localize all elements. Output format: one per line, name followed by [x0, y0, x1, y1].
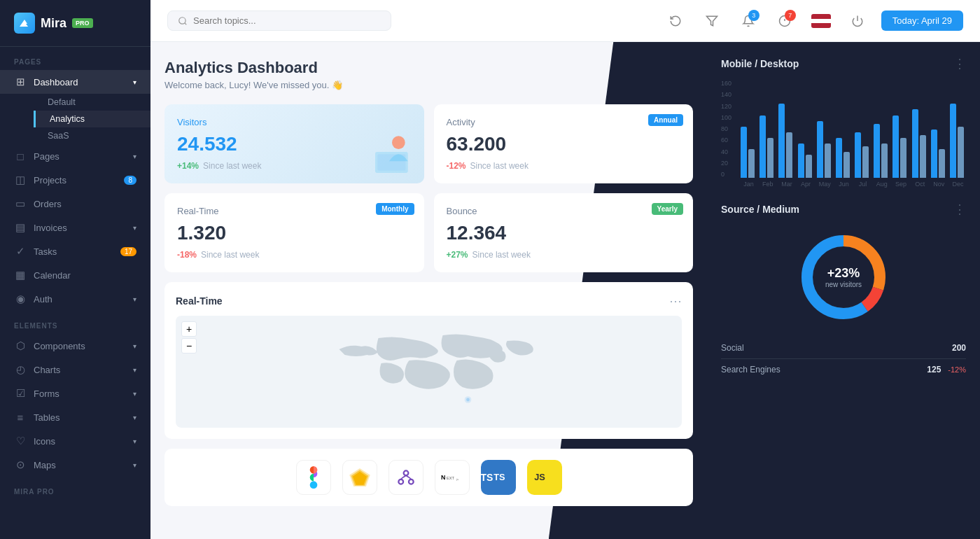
- date-button[interactable]: Today: April 29: [881, 10, 963, 31]
- chevron-down-icon: ▾: [133, 461, 136, 469]
- sidebar-item-label: Analytics: [50, 114, 85, 124]
- sidebar-item-label: Pages: [34, 151, 59, 162]
- search-input[interactable]: [193, 15, 333, 26]
- tables-icon: ≡: [14, 411, 27, 424]
- sidebar-item-charts[interactable]: ◴ Charts ▾: [0, 358, 150, 382]
- donut-center: +23% new visitors: [825, 266, 862, 288]
- bar-secondary: [748, 149, 755, 178]
- sidebar-item-label: Forms: [34, 388, 59, 399]
- stat-change: +27% Since last week: [447, 250, 681, 260]
- bar-primary: [874, 124, 880, 178]
- sidebar: Mira PRO PAGES ⊞ Dashboard ▾ Default Ana…: [0, 0, 150, 539]
- source-more-button[interactable]: ⋮: [953, 202, 966, 217]
- filter-button[interactable]: [699, 8, 724, 34]
- zoom-out-button[interactable]: −: [181, 338, 197, 354]
- map-title: Real-Time: [176, 295, 223, 307]
- more-options-button[interactable]: ⋯: [669, 293, 682, 309]
- sidebar-item-saas[interactable]: SaaS: [34, 127, 150, 144]
- sidebar-item-invoices[interactable]: ▤ Invoices ▾: [0, 216, 150, 239]
- power-icon: [851, 15, 864, 27]
- sidebar-item-dashboard[interactable]: ⊞ Dashboard ▾: [0, 70, 150, 94]
- charts-icon: ◴: [14, 363, 27, 376]
- sidebar-item-forms[interactable]: ☑ Forms ▾: [0, 382, 150, 405]
- stats-row-1: Visitors 24.532 +14% Since last week: [164, 104, 693, 183]
- section-label-elements: ELEMENTS: [0, 311, 150, 334]
- svg-point-7: [465, 396, 472, 403]
- source-name: Social: [721, 343, 744, 353]
- power-button[interactable]: [845, 8, 870, 34]
- bar-label: Oct: [912, 181, 928, 188]
- chevron-down-icon: ▾: [133, 224, 136, 232]
- chevron-down-icon: ▾: [133, 366, 136, 374]
- change-value: -12%: [447, 161, 466, 171]
- chevron-down-icon: ▾: [133, 390, 136, 398]
- sidebar-item-auth[interactable]: ◉ Auth ▾: [0, 287, 150, 311]
- svg-text:TS: TS: [494, 472, 506, 482]
- svg-point-12: [403, 470, 408, 475]
- bar-label: Sep: [892, 181, 909, 188]
- sidebar-item-icons[interactable]: ♡ Icons ▾: [0, 429, 150, 453]
- stat-label: Activity: [447, 117, 681, 127]
- chart-more-button[interactable]: ⋮: [953, 56, 966, 71]
- pages-icon: □: [14, 150, 27, 162]
- bar-chart-container: 160 140 120 100 80 60 40 20 0 JanFebMarA…: [721, 80, 966, 188]
- sidebar-item-label: Maps: [34, 460, 56, 470]
- sidebar-item-orders[interactable]: ▭ Orders: [0, 192, 150, 216]
- bar-group: [950, 104, 966, 178]
- sidebar-item-default[interactable]: Default: [34, 94, 150, 111]
- change-label: Since last week: [201, 250, 259, 260]
- source-header: Source / Medium ⋮: [721, 202, 966, 217]
- svg-point-0: [179, 17, 186, 23]
- projects-badge: 8: [124, 176, 136, 185]
- stat-label: Bounce: [447, 206, 681, 216]
- bar-secondary: [806, 155, 812, 178]
- svg-text:JS: JS: [534, 472, 545, 482]
- map-zoom-controls: + −: [181, 321, 197, 354]
- bar-primary: [855, 132, 861, 178]
- refresh-button[interactable]: [663, 8, 688, 34]
- sidebar-item-label: Dashboard: [34, 77, 78, 88]
- stat-card-visitors: Visitors 24.532 +14% Since last week: [164, 104, 424, 183]
- sidebar-item-label: Charts: [34, 365, 60, 375]
- alerts-button[interactable]: 7: [772, 8, 797, 34]
- bar-label: Feb: [760, 181, 776, 188]
- bar-secondary: [767, 138, 774, 178]
- logo-icon: [14, 13, 35, 34]
- sidebar-item-tasks[interactable]: ✓ Tasks 17: [0, 239, 150, 263]
- bar-label: Jun: [836, 181, 852, 188]
- bar-group: [778, 104, 794, 178]
- source-list: Social 200 Search Engines 125 -12%: [721, 337, 966, 380]
- sidebar-item-pages[interactable]: □ Pages ▾: [0, 144, 150, 168]
- sidebar-item-label: Icons: [34, 436, 55, 447]
- world-map-svg: [176, 316, 682, 428]
- page-subtitle: Welcome back, Lucy! We've missed you. 👋: [164, 80, 693, 90]
- bar-label: Jan: [741, 181, 757, 188]
- search-box[interactable]: [167, 10, 391, 31]
- notifications-button[interactable]: 3: [736, 8, 761, 34]
- change-value: +27%: [447, 250, 468, 260]
- bar-group: [855, 132, 871, 178]
- topbar: 3 7 Today: April 29: [150, 0, 980, 42]
- flag-button[interactable]: [808, 8, 834, 34]
- bar-primary: [950, 104, 956, 178]
- sidebar-item-projects[interactable]: ◫ Projects 8: [0, 168, 150, 192]
- zoom-in-button[interactable]: +: [181, 321, 197, 337]
- sidebar-item-maps[interactable]: ⊙ Maps ▾: [0, 453, 150, 477]
- sidebar-item-calendar[interactable]: ▦ Calendar: [0, 263, 150, 287]
- sidebar-item-components[interactable]: ⬡ Components ▾: [0, 334, 150, 358]
- bar-primary: [931, 130, 937, 178]
- sidebar-item-tables[interactable]: ≡ Tables ▾: [0, 405, 150, 429]
- calendar-icon: ▦: [14, 269, 27, 281]
- svg-text:N: N: [441, 474, 445, 481]
- source-title: Source / Medium: [721, 204, 799, 215]
- typescript-logo: TS TS: [481, 460, 516, 495]
- sidebar-item-label: Projects: [34, 175, 66, 186]
- stat-badge: Yearly: [652, 203, 683, 215]
- sidebar-item-analytics[interactable]: Analytics: [34, 111, 150, 127]
- bar-primary: [817, 121, 823, 178]
- sidebar-item-label: Orders: [34, 199, 62, 209]
- stat-value: 1.320: [177, 222, 412, 244]
- change-value: -18%: [177, 250, 197, 260]
- bar-primary: [836, 138, 842, 178]
- sketch-logo: [342, 460, 377, 495]
